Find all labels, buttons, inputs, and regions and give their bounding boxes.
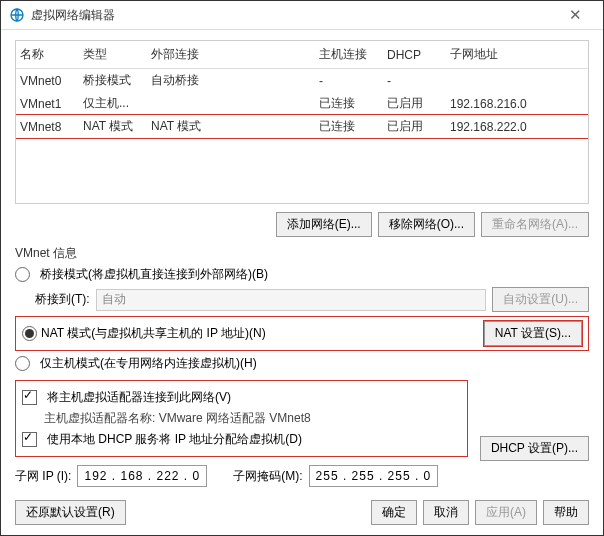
col-name[interactable]: 名称 — [16, 41, 79, 69]
bridge-label: 桥接模式(将虚拟机直接连接到外部网络)(B) — [40, 266, 268, 283]
auto-settings-button: 自动设置(U)... — [492, 287, 589, 312]
dhcp-label: 使用本地 DHCP 服务将 IP 地址分配给虚拟机(D) — [47, 431, 302, 448]
rename-network-button: 重命名网络(A)... — [481, 212, 589, 237]
col-type[interactable]: 类型 — [79, 41, 147, 69]
hostonly-label: 仅主机模式(在专用网络内连接虚拟机)(H) — [40, 355, 257, 372]
bridge-to-label: 桥接到(T): — [35, 291, 90, 308]
subnet-mask-input[interactable]: 255 . 255 . 255 . 0 — [309, 465, 439, 487]
apply-button: 应用(A) — [475, 500, 537, 525]
vmnet-info-label: VMnet 信息 — [15, 245, 589, 262]
app-icon — [9, 7, 25, 23]
col-ext[interactable]: 外部连接 — [147, 41, 315, 69]
cancel-button[interactable]: 取消 — [423, 500, 469, 525]
adapter-label: 将主机虚拟适配器连接到此网络(V) — [47, 389, 231, 406]
bridge-dropdown: 自动 — [96, 289, 487, 311]
nat-radio[interactable] — [22, 326, 37, 341]
table-row[interactable]: VMnet8NAT 模式NAT 模式已连接已启用192.168.222.0 — [16, 115, 588, 138]
col-dhcp[interactable]: DHCP — [383, 41, 446, 69]
dhcp-settings-button[interactable]: DHCP 设置(P)... — [480, 436, 589, 461]
remove-network-button[interactable]: 移除网络(O)... — [378, 212, 475, 237]
dhcp-checkbox[interactable] — [22, 432, 37, 447]
table-row[interactable]: VMnet0桥接模式自动桥接-- — [16, 69, 588, 93]
add-network-button[interactable]: 添加网络(E)... — [276, 212, 372, 237]
adapter-name-text: 主机虚拟适配器名称: VMware 网络适配器 VMnet8 — [44, 410, 461, 427]
adapter-checkbox[interactable] — [22, 390, 37, 405]
col-subnet[interactable]: 子网地址 — [446, 41, 588, 69]
network-table[interactable]: 名称 类型 外部连接 主机连接 DHCP 子网地址 VMnet0桥接模式自动桥接… — [15, 40, 589, 204]
nat-settings-button[interactable]: NAT 设置(S)... — [484, 321, 582, 346]
col-host[interactable]: 主机连接 — [315, 41, 383, 69]
hostonly-radio[interactable] — [15, 356, 30, 371]
titlebar: 虚拟网络编辑器 ✕ — [1, 1, 603, 30]
help-button[interactable]: 帮助 — [543, 500, 589, 525]
subnet-ip-input[interactable]: 192 . 168 . 222 . 0 — [77, 465, 207, 487]
table-row[interactable]: VMnet1仅主机...已连接已启用192.168.216.0 — [16, 92, 588, 115]
subnet-mask-label: 子网掩码(M): — [233, 468, 302, 485]
bridge-radio[interactable] — [15, 267, 30, 282]
nat-label: NAT 模式(与虚拟机共享主机的 IP 地址)(N) — [41, 325, 266, 342]
subnet-ip-label: 子网 IP (I): — [15, 468, 71, 485]
window-title: 虚拟网络编辑器 — [31, 7, 555, 24]
restore-defaults-button[interactable]: 还原默认设置(R) — [15, 500, 126, 525]
close-icon[interactable]: ✕ — [555, 6, 595, 24]
ok-button[interactable]: 确定 — [371, 500, 417, 525]
